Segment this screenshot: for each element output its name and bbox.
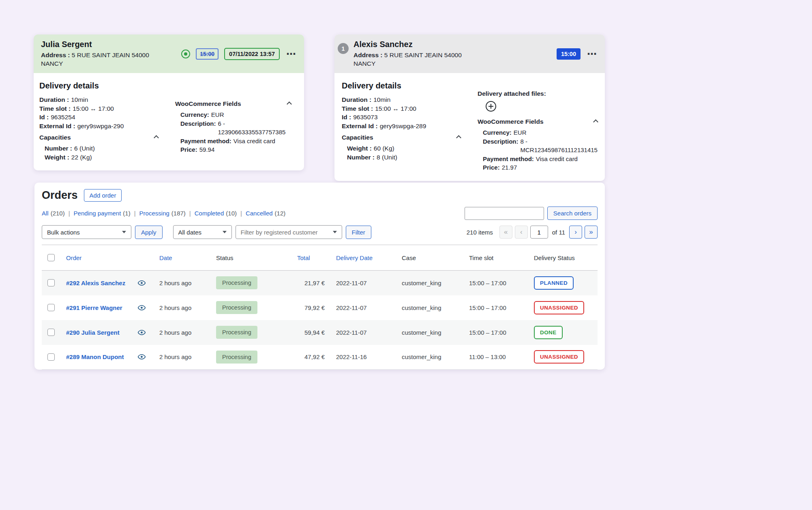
delivery-card-julia-sergent: Julia Sergent Address : 5 RUE SAINT JEAI…	[34, 34, 304, 170]
order-link[interactable]: #291 Pierre Wagner	[66, 304, 122, 311]
add-attachment-icon[interactable]	[486, 101, 496, 112]
delivery-details-column: Delivery details Duration : 10min Time s…	[342, 78, 471, 172]
order-total: 79,92 €	[291, 295, 330, 320]
filter-button[interactable]: Filter	[346, 226, 371, 239]
woocommerce-fields-header: WooCommerce Fields	[175, 100, 291, 108]
customer-address: Address : 5 RUE SAINT JEAIN 54000 NANCY	[41, 51, 159, 68]
chevron-up-icon[interactable]	[456, 135, 461, 140]
customer-name: Julia Sergent	[41, 40, 159, 49]
filter-processing[interactable]: Processing(187)	[139, 210, 186, 217]
time-slot: 15:00 – 17:00	[463, 295, 528, 320]
chevron-up-icon[interactable]	[593, 119, 598, 125]
chevron-up-icon[interactable]	[154, 135, 159, 140]
time-slot: 15:00 – 17:00	[463, 320, 528, 345]
toolbar-row: Bulk actions Apply All dates Filter by r…	[42, 225, 598, 239]
detail-time-slot: Time slot : 15:00 ↔ 17:00	[342, 104, 471, 113]
customer-info: 1 Alexis Sanchez Address : 5 RUE SAINT J…	[338, 40, 471, 68]
pagination: 210 items « ‹ of 11 › »	[467, 226, 598, 239]
search-orders-button[interactable]: Search orders	[547, 207, 598, 220]
prev-page-button[interactable]: ‹	[515, 226, 528, 239]
woo-description: Description: 8 - MCR1234598761112131415	[483, 137, 598, 155]
woo-description: Description: 6 - 12390663335537757385	[180, 119, 291, 137]
detail-id: Id : 9635073	[342, 113, 471, 122]
more-menu-button[interactable]: ⋯	[285, 49, 297, 59]
capacity-weight: Weight : 22 (Kg)	[45, 153, 169, 162]
row-checkbox[interactable]	[47, 279, 55, 286]
orders-panel: Orders Add order All(210) | Pending paym…	[34, 183, 605, 370]
chevron-up-icon[interactable]	[287, 101, 292, 107]
capacities-list: Number : 6 (Unit) Weight : 22 (Kg)	[45, 144, 169, 161]
order-date: 2 hours ago	[154, 345, 210, 370]
chevron-down-icon	[122, 231, 126, 233]
woo-currency: Currency: EUR	[180, 110, 291, 119]
column-total: Total	[291, 245, 330, 271]
delivery-date: 2022-11-16	[330, 345, 396, 370]
preview-eye-icon[interactable]	[138, 305, 146, 310]
preview-eye-icon[interactable]	[138, 280, 146, 286]
order-row: #290 Julia Sergent 2 hours ago Processin…	[42, 320, 598, 345]
chevron-down-icon	[223, 231, 227, 233]
bulk-actions-select[interactable]: Bulk actions	[42, 225, 131, 239]
delivery-card-body: Delivery details Duration : 10min Time s…	[34, 73, 304, 170]
delivery-card-header: Julia Sergent Address : 5 RUE SAINT JEAI…	[34, 34, 304, 73]
capacity-number: Number : 6 (Unit)	[45, 144, 169, 153]
detail-id: Id : 9635254	[39, 113, 169, 122]
more-menu-button[interactable]: ⋯	[586, 49, 598, 59]
order-row: #292 Alexis Sanchez 2 hours ago Processi…	[42, 271, 598, 295]
column-delivery-date: Delivery Date	[330, 245, 396, 271]
time-badge: 15:00	[557, 48, 581, 60]
preview-eye-icon[interactable]	[138, 354, 146, 359]
column-date: Date	[154, 245, 210, 271]
order-date: 2 hours ago	[154, 271, 210, 295]
filter-pending-payment[interactable]: Pending payment(1)	[74, 210, 131, 217]
column-status: Status	[210, 245, 291, 271]
orders-title-row: Orders Add order	[42, 189, 598, 202]
record-dot-icon	[181, 49, 190, 58]
woocommerce-fields-list: Currency: EUR Description: 6 - 123906633…	[180, 110, 291, 154]
apply-button[interactable]: Apply	[135, 226, 163, 239]
capacity-weight: Weight : 60 (Kg)	[347, 144, 471, 153]
column-time-slot: Time slot	[463, 245, 528, 271]
chevron-down-icon	[333, 231, 337, 233]
delivery-date: 2022-11-07	[330, 320, 396, 345]
last-page-button[interactable]: »	[585, 226, 598, 239]
order-link[interactable]: #290 Julia Sergent	[66, 329, 120, 336]
capacities-list: Weight : 60 (Kg) Number : 8 (Unit)	[347, 144, 471, 161]
order-status-pill: Processing	[216, 301, 257, 314]
order-date: 2 hours ago	[154, 320, 210, 345]
woo-price: Price: 59.94	[180, 145, 291, 154]
filter-separator: |	[69, 210, 70, 217]
delivery-details-title: Delivery details	[342, 81, 471, 90]
detail-external-id: External Id : gery9swpga-289	[342, 122, 471, 131]
current-page-input[interactable]	[530, 226, 548, 239]
time-slot: 11:00 – 13:00	[463, 345, 528, 370]
first-page-button[interactable]: «	[499, 226, 512, 239]
filter-all[interactable]: All(210)	[42, 210, 65, 217]
order-row: #291 Pierre Wagner 2 hours ago Processin…	[42, 295, 598, 320]
filter-completed[interactable]: Completed(10)	[195, 210, 237, 217]
attached-files-title: Delivery attached files:	[478, 90, 598, 97]
search-orders-input[interactable]	[465, 207, 544, 220]
preview-eye-icon[interactable]	[138, 330, 146, 335]
order-case: customer_king	[396, 271, 463, 295]
order-link[interactable]: #289 Manon Dupont	[66, 353, 124, 360]
capacities-header: Capacities	[39, 134, 158, 141]
row-checkbox[interactable]	[47, 304, 55, 311]
filter-cancelled[interactable]: Cancelled(12)	[246, 210, 285, 217]
order-date: 2 hours ago	[154, 295, 210, 320]
order-case: customer_king	[396, 345, 463, 370]
row-checkbox[interactable]	[47, 329, 55, 336]
next-page-button[interactable]: ›	[569, 226, 582, 239]
row-checkbox[interactable]	[47, 353, 55, 361]
filter-separator: |	[134, 210, 136, 217]
dates-filter-select[interactable]: All dates	[173, 225, 232, 239]
select-all-checkbox[interactable]	[47, 254, 55, 261]
filters-row: All(210) | Pending payment(1) | Processi…	[42, 207, 598, 220]
filter-separator: |	[189, 210, 191, 217]
customer-filter-select[interactable]: Filter by registered customer	[236, 225, 342, 239]
delivery-card-alexis-sanchez: 1 Alexis Sanchez Address : 5 RUE SAINT J…	[334, 34, 605, 181]
order-link[interactable]: #292 Alexis Sanchez	[66, 280, 125, 286]
delivery-status-badge: UNASSIGNED	[534, 301, 584, 314]
add-order-button[interactable]: Add order	[84, 189, 122, 202]
column-order: Order	[60, 245, 154, 271]
